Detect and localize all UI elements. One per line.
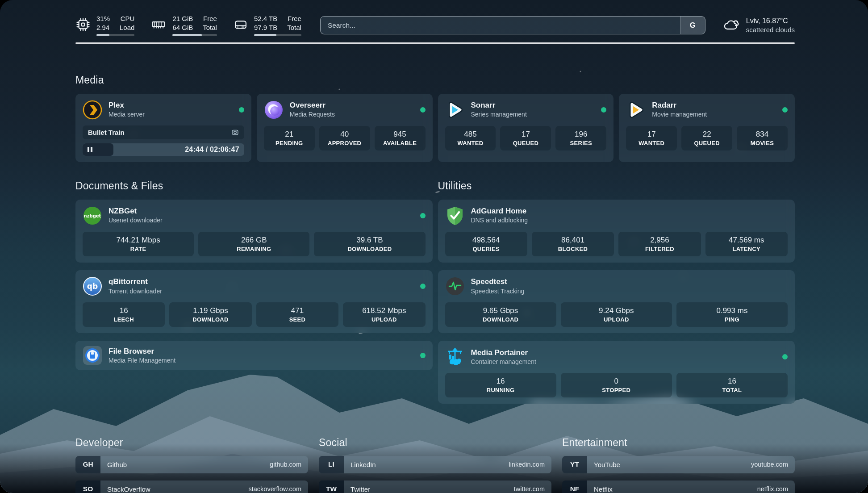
stat-label: UPLOAD (346, 316, 422, 323)
bookmark-url: netflix.com (757, 485, 788, 493)
stat-value: 16 (85, 306, 162, 316)
service-desc: Media Requests (290, 110, 335, 118)
service-card-adguard[interactable]: AdGuard Home DNS and adblocking 498,564 … (438, 200, 795, 263)
service-card-overseerr[interactable]: Overseerr Media Requests 21 PENDING 40 A… (257, 94, 433, 162)
stat-label: DOWNLOADED (317, 246, 422, 252)
status-online-dot (601, 107, 606, 113)
stat-value: 47.569 ms (708, 235, 785, 245)
stat-value: 2,956 (621, 235, 698, 245)
service-card-sonarr[interactable]: Sonarr Series management 485 WANTED 17 Q… (438, 94, 614, 162)
stat-value: 86,401 (534, 235, 611, 245)
stat-label: FILTERED (621, 246, 698, 252)
stat-upload: 618.52 Mbps UPLOAD (343, 302, 425, 327)
stat-label: BLOCKED (534, 246, 611, 252)
cpu-loadavg: 2.94 (96, 23, 110, 32)
service-card-nzbget[interactable]: nzbget NZBGet Usenet downloader 744.21 M… (75, 200, 433, 263)
service-name: AdGuard Home (471, 206, 528, 216)
stat-leech: 16 LEECH (83, 302, 165, 327)
cpu-label-1: CPU (120, 14, 134, 23)
bookmark-linkedin[interactable]: LI LinkedIn linkedin.com (319, 456, 551, 473)
cpu-label-2: Load (120, 23, 134, 32)
bookmark-stackoverflow[interactable]: SO StackOverflow stackoverflow.com (75, 480, 308, 493)
bookmark-abbr: SO (75, 480, 100, 493)
weather-widget: Lviv, 16.87°C scattered clouds (722, 16, 795, 35)
stat-value: 945 (377, 130, 423, 139)
bookmark-twitter[interactable]: TW Twitter twitter.com (319, 480, 551, 493)
stat-label: PENDING (267, 140, 312, 146)
stat-remaining: 266 GB REMAINING (198, 232, 309, 256)
ram-free: 21 GiB (172, 14, 193, 23)
stat-value: 834 (739, 130, 785, 139)
stat-ping: 0.993 ms PING (676, 302, 788, 327)
weather-location-temp: Lviv, 16.87°C (746, 16, 795, 26)
stat-label: PING (679, 316, 785, 323)
ram-progress-fill (172, 34, 202, 36)
stat-label: QUEUED (503, 140, 548, 146)
search-input[interactable] (321, 17, 680, 34)
disk-total: 97.9 TB (254, 23, 277, 32)
status-online-dot (420, 107, 426, 113)
bookmark-github[interactable]: GH Github github.com (75, 456, 308, 473)
status-online-dot (420, 213, 426, 218)
bookmark-name: LinkedIn (351, 461, 376, 468)
stat-downloaded: 39.6 TB DOWNLOADED (314, 232, 425, 256)
service-card-filebrowser[interactable]: File Browser Media File Management (75, 341, 433, 370)
stat-label: SEED (259, 316, 336, 323)
bookmark-url: github.com (270, 461, 301, 468)
stat-value: 21 (267, 130, 312, 139)
cpu-progress-fill (96, 34, 109, 36)
bookmark-youtube[interactable]: YT YouTube youtube.com (562, 456, 795, 473)
stat-movies: 834 MOVIES (737, 126, 788, 150)
bookmark-netflix[interactable]: NF Netflix netflix.com (562, 480, 795, 493)
section-title-media: Media (75, 74, 795, 86)
bookmark-abbr: GH (75, 456, 100, 473)
stat-label: APPROVED (322, 140, 367, 146)
service-name: Overseerr (290, 100, 335, 110)
nzbget-icon: nzbget (83, 206, 102, 226)
bookmark-abbr: TW (319, 480, 344, 493)
service-card-qbittorrent[interactable]: qb qBittorrent Torrent downloader 16 LEE… (75, 270, 433, 333)
stat-label: QUERIES (448, 246, 525, 252)
stat-queued: 22 QUEUED (681, 126, 732, 150)
stat-value: 471 (259, 306, 336, 316)
service-card-radarr[interactable]: Radarr Movie management 17 WANTED 22 QUE… (619, 94, 795, 162)
stat-filtered: 2,956 FILTERED (618, 232, 701, 256)
stat-value: 485 (448, 130, 493, 139)
service-name: Plex (108, 100, 145, 110)
search-engine-button[interactable]: G (680, 17, 705, 34)
service-card-plex[interactable]: Plex Media server Bullet Train 24:44 / 0… (75, 94, 251, 162)
disk-widget: 52.4 TB97.9 TB FreeTotal (233, 14, 301, 36)
bookmark-url: youtube.com (751, 461, 788, 468)
section-title-documents: Documents & Files (75, 180, 433, 192)
stat-total: 16 TOTAL (676, 373, 788, 397)
stat-value: 40 (322, 130, 367, 139)
video-camera-icon (231, 129, 239, 136)
cpu-icon (75, 17, 91, 34)
stat-value: 196 (558, 130, 604, 139)
disk-free: 52.4 TB (254, 14, 277, 23)
sonarr-icon (445, 100, 465, 120)
stat-approved: 40 APPROVED (319, 126, 370, 150)
bookmark-url: twitter.com (514, 485, 545, 493)
top-bar: 31%2.94 CPULoad (75, 14, 795, 36)
ram-icon (150, 17, 167, 34)
playback-time: 24:44 / 02:06:47 (185, 146, 239, 154)
filebrowser-icon (83, 346, 102, 365)
stat-value: 39.6 TB (317, 235, 422, 245)
service-desc: Torrent downloader (108, 287, 162, 295)
stat-value: 0 (563, 376, 669, 386)
section-title-social: Social (319, 437, 551, 449)
qbittorrent-icon: qb (83, 276, 102, 296)
svg-text:nzbget: nzbget (84, 213, 101, 218)
bookmark-abbr: NF (562, 480, 587, 493)
status-online-dot (420, 284, 426, 289)
stat-value: 744.21 Mbps (85, 235, 191, 245)
section-title-developer: Developer (75, 437, 308, 449)
playback-progress-track: 24:44 / 02:06:47 (83, 143, 244, 156)
service-desc: Speedtest Tracking (471, 287, 525, 295)
stat-value: 22 (684, 130, 730, 139)
service-card-portainer[interactable]: Media Portainer Container management 16 … (438, 341, 795, 404)
service-card-speedtest[interactable]: Speedtest Speedtest Tracking 9.65 Gbps D… (438, 270, 795, 333)
portainer-icon (445, 347, 465, 367)
service-desc: Movie management (652, 110, 707, 118)
